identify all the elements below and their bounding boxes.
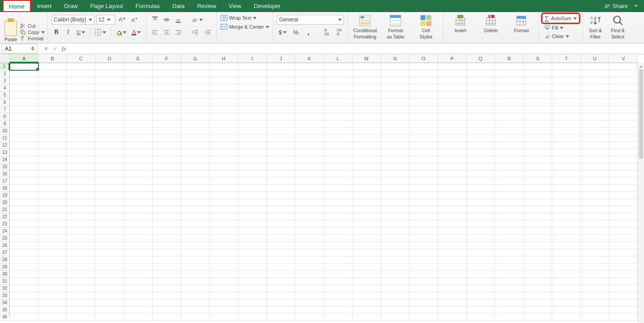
cell[interactable]: [124, 85, 153, 92]
cell[interactable]: [95, 242, 124, 249]
cell[interactable]: [124, 199, 153, 206]
cell[interactable]: [210, 256, 238, 264]
cell[interactable]: [524, 92, 552, 99]
cell[interactable]: [181, 120, 210, 128]
cell[interactable]: [238, 256, 267, 264]
vertical-scrollbar[interactable]: ▴: [638, 63, 644, 323]
cell[interactable]: [467, 235, 495, 242]
cell[interactable]: [238, 170, 267, 178]
cell[interactable]: [181, 249, 210, 256]
cell[interactable]: [409, 106, 438, 113]
cell[interactable]: [524, 120, 552, 128]
cell[interactable]: [67, 163, 95, 170]
cell[interactable]: [67, 92, 95, 99]
cell[interactable]: [409, 85, 438, 92]
cell[interactable]: [381, 142, 410, 149]
cell[interactable]: [295, 192, 324, 199]
cell[interactable]: [67, 178, 95, 185]
cell[interactable]: [609, 292, 638, 299]
cell[interactable]: [352, 249, 381, 256]
cell[interactable]: [267, 199, 296, 206]
cell[interactable]: [238, 120, 267, 128]
cell[interactable]: [267, 221, 296, 228]
cell[interactable]: [210, 85, 238, 92]
row-header[interactable]: 9: [0, 120, 9, 128]
cell[interactable]: [467, 306, 495, 314]
cell[interactable]: [210, 170, 238, 178]
cell[interactable]: [95, 185, 124, 192]
cell[interactable]: [581, 92, 610, 99]
cell[interactable]: [39, 142, 67, 149]
cell[interactable]: [467, 292, 495, 299]
cell[interactable]: [67, 170, 95, 178]
cell[interactable]: [524, 135, 552, 142]
cell[interactable]: [238, 249, 267, 256]
cell[interactable]: [581, 163, 610, 170]
cell[interactable]: [124, 185, 153, 192]
cell[interactable]: [438, 278, 467, 285]
cell[interactable]: [153, 192, 181, 199]
cell[interactable]: [495, 135, 524, 142]
align-right-button[interactable]: [173, 27, 183, 37]
cell[interactable]: [524, 128, 552, 135]
cell[interactable]: [181, 63, 210, 70]
cell[interactable]: [39, 206, 67, 213]
cell[interactable]: [581, 264, 610, 271]
scroll-up-button[interactable]: ▴: [638, 63, 644, 69]
decrease-indent-button[interactable]: [189, 27, 200, 37]
cell[interactable]: [181, 264, 210, 271]
cell[interactable]: [552, 271, 581, 278]
cell[interactable]: [495, 285, 524, 292]
cell[interactable]: [95, 206, 124, 213]
cell[interactable]: [495, 235, 524, 242]
cell[interactable]: [609, 235, 638, 242]
cell[interactable]: [552, 70, 581, 77]
cell[interactable]: [352, 106, 381, 113]
cell[interactable]: [609, 192, 638, 199]
cell[interactable]: [95, 156, 124, 163]
cell[interactable]: [552, 149, 581, 156]
cell[interactable]: [438, 120, 467, 128]
align-middle-button[interactable]: [162, 15, 172, 25]
cell[interactable]: [295, 99, 324, 106]
cell[interactable]: [581, 135, 610, 142]
cell[interactable]: [267, 163, 296, 170]
orientation-button[interactable]: ab: [189, 15, 205, 25]
column-header[interactable]: L: [324, 54, 352, 63]
cell[interactable]: [352, 113, 381, 120]
cell[interactable]: [581, 120, 610, 128]
cell[interactable]: [153, 77, 181, 85]
cell[interactable]: [495, 92, 524, 99]
cell[interactable]: [467, 206, 495, 213]
cell[interactable]: [409, 249, 438, 256]
cell[interactable]: [552, 77, 581, 85]
cell[interactable]: [95, 113, 124, 120]
cell[interactable]: [552, 306, 581, 314]
cell[interactable]: [67, 63, 95, 70]
cell[interactable]: [295, 128, 324, 135]
cell[interactable]: [495, 63, 524, 70]
find-select-button[interactable]: Find & Select: [608, 14, 628, 41]
cell[interactable]: [409, 163, 438, 170]
cell[interactable]: [95, 306, 124, 314]
cell[interactable]: [181, 199, 210, 206]
row-header[interactable]: 13: [0, 149, 9, 156]
cell[interactable]: [67, 206, 95, 213]
cell[interactable]: [295, 278, 324, 285]
cell[interactable]: [409, 120, 438, 128]
cell[interactable]: [324, 256, 352, 264]
cell[interactable]: [10, 256, 39, 264]
cell[interactable]: [438, 170, 467, 178]
cell[interactable]: [10, 85, 39, 92]
cell[interactable]: [210, 271, 238, 278]
cell[interactable]: [267, 77, 296, 85]
cell[interactable]: [181, 85, 210, 92]
cell[interactable]: [267, 292, 296, 299]
cell[interactable]: [181, 92, 210, 99]
cell[interactable]: [324, 120, 352, 128]
cell[interactable]: [181, 70, 210, 77]
cell[interactable]: [238, 278, 267, 285]
cell[interactable]: [381, 292, 410, 299]
cell[interactable]: [95, 170, 124, 178]
cell[interactable]: [238, 199, 267, 206]
